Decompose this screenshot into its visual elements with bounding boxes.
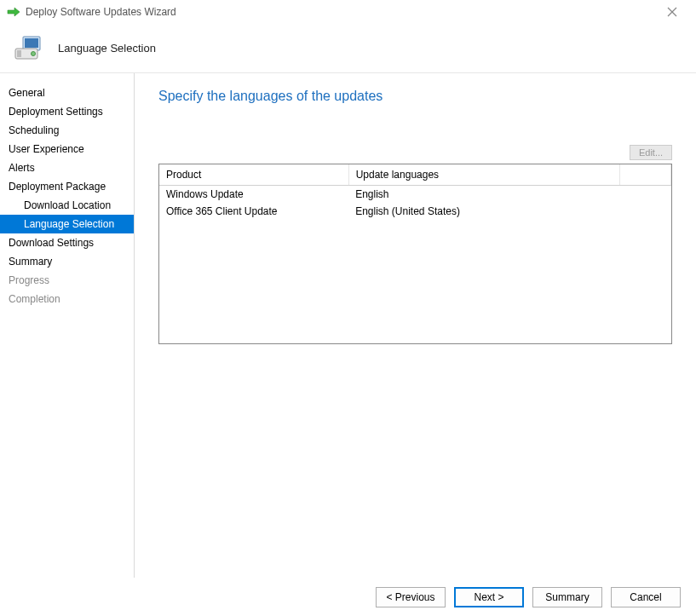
next-button[interactable]: Next > [454, 587, 524, 607]
cell-product: Windows Update [159, 186, 348, 204]
sidebar-item-general[interactable]: General [0, 83, 134, 102]
cell-languages: English [348, 186, 619, 204]
window-title: Deploy Software Updates Wizard [26, 6, 655, 18]
sidebar-item-download-location[interactable]: Download Location [0, 196, 134, 215]
step-title: Language Selection [58, 42, 156, 55]
sidebar-item-deployment-package[interactable]: Deployment Package [0, 177, 134, 196]
sidebar-item-completion: Completion [0, 290, 134, 308]
column-header-spacer [619, 164, 670, 186]
table-row[interactable]: Office 365 Client UpdateEnglish (United … [159, 203, 671, 220]
computer-icon [12, 32, 46, 66]
cell-spacer [619, 186, 670, 204]
svg-rect-3 [25, 38, 38, 48]
sidebar-item-alerts[interactable]: Alerts [0, 158, 134, 177]
sidebar-item-language-selection[interactable]: Language Selection [0, 215, 134, 233]
sidebar-item-scheduling[interactable]: Scheduling [0, 121, 134, 140]
cell-product: Office 365 Client Update [159, 203, 348, 220]
languages-table: Product Update languages Windows UpdateE… [159, 164, 671, 220]
cancel-button[interactable]: Cancel [611, 587, 681, 607]
svg-rect-5 [17, 50, 21, 57]
page-heading: Specify the languages of the updates [158, 89, 672, 104]
sidebar-item-deployment-settings[interactable]: Deployment Settings [0, 102, 134, 121]
edit-row: Edit... [158, 145, 672, 160]
svg-point-6 [32, 51, 36, 55]
table-header-row: Product Update languages [159, 164, 671, 186]
content-area: GeneralDeployment SettingsSchedulingUser… [0, 73, 696, 578]
column-header-languages[interactable]: Update languages [348, 164, 619, 186]
previous-button[interactable]: < Previous [376, 587, 446, 607]
wizard-sidebar: GeneralDeployment SettingsSchedulingUser… [0, 73, 135, 578]
edit-button: Edit... [630, 145, 672, 160]
sidebar-item-user-experience[interactable]: User Experience [0, 140, 134, 158]
close-button[interactable] [655, 2, 689, 22]
cell-spacer [619, 203, 670, 220]
summary-button[interactable]: Summary [532, 587, 602, 607]
sidebar-item-download-settings[interactable]: Download Settings [0, 233, 134, 252]
main-panel: Specify the languages of the updates Edi… [135, 73, 696, 578]
sidebar-item-progress: Progress [0, 271, 134, 290]
cell-languages: English (United States) [348, 203, 619, 220]
languages-table-container: Product Update languages Windows UpdateE… [158, 164, 672, 344]
table-row[interactable]: Windows UpdateEnglish [159, 186, 671, 204]
wizard-footer: < Previous Next > Summary Cancel [0, 578, 696, 616]
app-icon [7, 5, 20, 19]
sidebar-item-summary[interactable]: Summary [0, 252, 134, 271]
column-header-product[interactable]: Product [159, 164, 348, 186]
wizard-header: Language Selection [0, 24, 696, 73]
titlebar: Deploy Software Updates Wizard [0, 0, 696, 24]
